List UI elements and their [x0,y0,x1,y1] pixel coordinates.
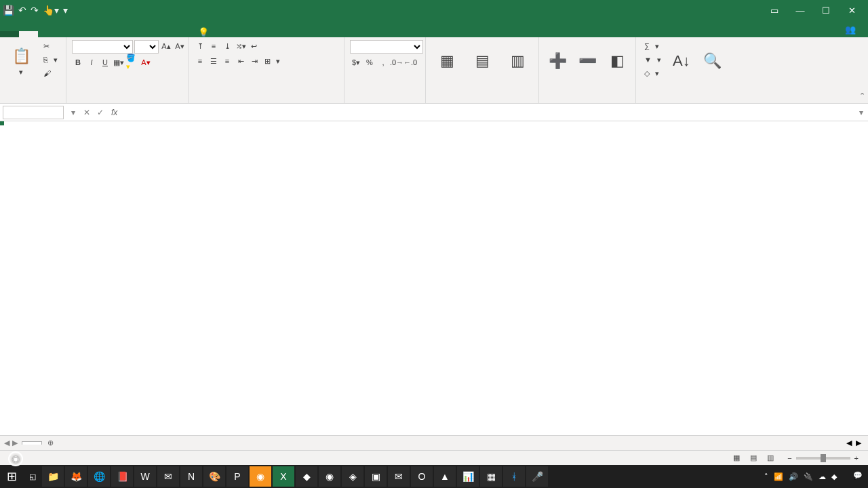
clear-button[interactable]: ◇ ▾ [642,67,664,79]
fill-handle[interactable] [0,121,4,125]
cancel-formula-icon[interactable]: ✕ [80,108,94,117]
app-generic-8[interactable]: ▦ [480,466,502,487]
add-sheet-button[interactable]: ⊕ [42,439,59,447]
powerpoint-icon[interactable]: P [226,466,248,487]
worksheet-grid[interactable] [0,121,868,435]
screencast-icon[interactable]: ◉ [250,466,271,487]
decrease-decimal-icon[interactable]: ←.0 [404,56,416,68]
underline-button[interactable]: U [99,56,111,68]
app-generic-3[interactable]: ◈ [342,466,363,487]
tell-me-search[interactable]: 💡 [190,27,835,37]
power-icon[interactable]: 🔌 [804,472,813,481]
tab-review[interactable] [133,31,152,37]
autosum-button[interactable]: ∑ ▾ [642,40,664,52]
maximize-icon[interactable]: ☐ [816,5,835,16]
hscroll-right-icon[interactable]: ▶ [856,439,861,447]
increase-indent-icon[interactable]: ⇥ [248,55,260,67]
delete-cells-button[interactable]: ➖ [574,40,600,83]
tray-overflow-icon[interactable]: ˄ [764,472,768,481]
tab-page-layout[interactable] [76,31,95,37]
app-generic-2[interactable]: ◉ [319,466,340,487]
align-left-icon[interactable]: ≡ [194,55,206,67]
tab-formulas[interactable] [95,31,114,37]
enter-formula-icon[interactable]: ✓ [94,108,107,117]
shrink-font-icon[interactable]: A▾ [174,40,186,52]
cut-button[interactable]: ✂ [41,40,60,52]
app-generic-7[interactable]: 📊 [457,466,479,487]
format-cells-button[interactable]: ◧ [604,40,630,83]
tab-insert[interactable] [38,31,57,37]
start-button[interactable]: ⊞ [0,469,23,484]
merge-center-button[interactable]: ⊞ ▾ [262,55,283,67]
insert-cells-button[interactable]: ➕ [545,40,570,83]
fx-icon[interactable]: fx [107,108,121,117]
redo-icon[interactable]: ↷ [31,5,39,16]
app-generic-1[interactable]: ◆ [296,466,317,487]
task-view-icon[interactable]: ◱ [23,472,42,481]
align-right-icon[interactable]: ≡ [221,55,233,67]
save-icon[interactable]: 💾 [3,5,14,16]
qat-customize-icon[interactable]: ▾ [63,5,68,16]
copy-button[interactable]: ⎘ ▾ [41,54,60,66]
bold-button[interactable]: B [72,56,84,68]
align-center-icon[interactable]: ☰ [208,55,220,67]
app-generic-6[interactable]: ▲ [434,466,456,487]
hscroll-left-icon[interactable]: ◀ [846,439,852,447]
fill-button[interactable]: ▼ ▾ [642,54,664,66]
italic-button[interactable]: I [85,56,98,68]
tab-home[interactable] [19,31,38,37]
page-layout-view-icon[interactable]: ▤ [746,453,761,463]
comma-format-icon[interactable]: , [377,56,389,68]
tab-file[interactable] [0,31,19,37]
orientation-icon[interactable]: ⤭▾ [235,40,247,52]
zoom-slider[interactable] [796,457,850,460]
font-color-button[interactable]: A▾ [140,56,152,68]
sort-filter-button[interactable]: A↓ [668,40,695,83]
zoom-out-icon[interactable]: − [787,454,791,462]
network-icon[interactable]: 📶 [774,472,783,481]
grow-font-icon[interactable]: A▴ [160,40,172,52]
decrease-indent-icon[interactable]: ⇤ [235,55,247,67]
tab-help[interactable] [171,31,190,37]
tab-view[interactable] [152,31,171,37]
outlook-icon[interactable]: ✉ [157,466,179,487]
chevron-down-icon[interactable]: ▾ [66,108,80,117]
number-format-select[interactable] [350,40,423,54]
touch-mode-icon[interactable]: 👆▾ [43,5,59,16]
close-icon[interactable]: ✕ [842,5,861,16]
notifications-icon[interactable]: 💬 [853,471,863,481]
cell-styles-button[interactable]: ▥ [502,40,533,83]
page-break-view-icon[interactable]: ▥ [763,453,778,463]
onedrive-icon[interactable]: ☁ [818,472,826,481]
format-painter-button[interactable]: 🖌 [41,67,60,79]
firefox-icon[interactable]: 🦊 [65,466,87,487]
find-select-button[interactable]: 🔍 [699,40,726,83]
accounting-format-icon[interactable]: $▾ [350,56,362,68]
expand-formula-bar-icon[interactable]: ▾ [854,108,868,117]
bluetooth-icon[interactable]: ᚼ [503,466,525,487]
format-as-table-button[interactable]: ▤ [467,40,498,83]
borders-button[interactable]: ▦▾ [113,56,125,68]
fill-color-button[interactable]: 🪣▾ [126,56,138,68]
align-top-icon[interactable]: ⤒ [194,40,206,52]
word-icon[interactable]: W [134,466,156,487]
app-generic-5[interactable]: O [411,466,433,487]
percent-format-icon[interactable]: % [363,56,376,68]
file-explorer-icon[interactable]: 📁 [42,466,64,487]
sheet-tab-active[interactable] [22,441,42,445]
chrome-icon[interactable]: 🌐 [88,466,110,487]
increase-decimal-icon[interactable]: .0→ [391,56,403,68]
minimize-icon[interactable]: — [791,5,810,16]
zoom-in-icon[interactable]: + [854,454,859,462]
app-generic-9[interactable]: 🎤 [526,466,548,487]
align-bottom-icon[interactable]: ⤓ [221,40,233,52]
font-size-select[interactable] [134,40,159,54]
align-middle-icon[interactable]: ≡ [208,40,220,52]
mail-icon[interactable]: ✉ [388,466,410,487]
ribbon-display-icon[interactable]: ▭ [765,5,784,16]
tray-app-icon[interactable]: ◆ [831,472,837,481]
normal-view-icon[interactable]: ▦ [729,453,744,463]
tab-data[interactable] [114,31,133,37]
onenote-icon[interactable]: N [180,466,202,487]
sheet-next-icon[interactable]: ▶ [12,439,18,447]
